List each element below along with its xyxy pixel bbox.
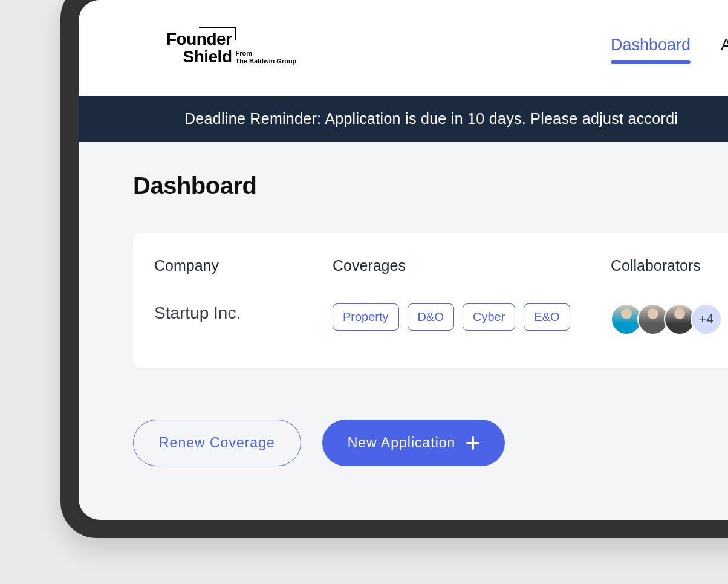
coverage-badge-eo[interactable]: E&O <box>524 303 570 331</box>
action-buttons: Renew Coverage New Application <box>133 420 728 466</box>
new-application-label: New Application <box>348 435 456 451</box>
logo-line2: Shield <box>166 48 232 65</box>
plus-icon <box>466 436 479 450</box>
coverage-badges: Property D&O Cyber E&O <box>333 303 611 331</box>
device-frame: Founder Shield From The Baldwin Group Da… <box>60 0 728 538</box>
logo-sub-line2: The Baldwin Group <box>236 57 297 65</box>
logo-line1: Founder <box>166 30 232 48</box>
main-nav: Dashboard A <box>611 36 728 60</box>
renew-coverage-button[interactable]: Renew Coverage <box>133 420 301 466</box>
company-label: Company <box>154 257 333 274</box>
company-name: Startup Inc. <box>154 303 333 323</box>
coverage-badge-cyber[interactable]: Cyber <box>463 303 515 331</box>
banner-text: Deadline Reminder: Application is due in… <box>184 110 678 127</box>
logo[interactable]: Founder Shield From The Baldwin Group <box>166 30 296 66</box>
avatar-more[interactable]: +4 <box>691 303 722 335</box>
coverage-badge-do[interactable]: D&O <box>408 303 454 331</box>
header: Founder Shield From The Baldwin Group Da… <box>79 0 728 96</box>
nav-dashboard[interactable]: Dashboard <box>611 36 691 60</box>
app-screen: Founder Shield From The Baldwin Group Da… <box>79 0 728 520</box>
new-application-button[interactable]: New Application <box>322 420 505 466</box>
main-content: Dashboard Company Startup Inc. Coverages… <box>79 142 728 466</box>
page-title: Dashboard <box>133 172 728 200</box>
coverage-badge-property[interactable]: Property <box>333 303 399 331</box>
nav-item-partial[interactable]: A <box>721 36 728 60</box>
collaborator-avatars: +4 <box>611 303 728 335</box>
coverages-label: Coverages <box>333 257 611 274</box>
summary-card: Company Startup Inc. Coverages Property … <box>133 233 728 368</box>
deadline-banner: Deadline Reminder: Application is due in… <box>79 96 728 142</box>
logo-sub-line1: From <box>236 50 297 57</box>
collaborators-label: Collaborators <box>611 257 728 274</box>
